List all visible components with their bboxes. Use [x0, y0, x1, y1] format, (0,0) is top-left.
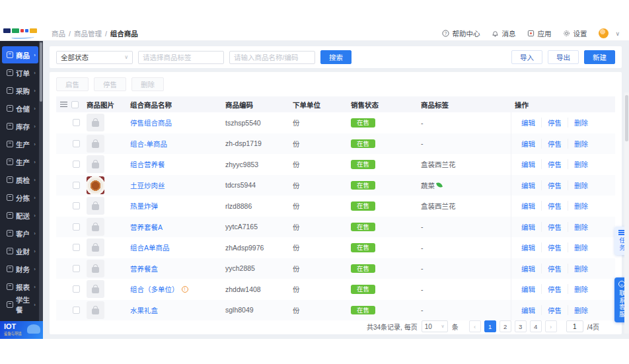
delete-link[interactable]: 删除 — [568, 118, 594, 127]
delete-link[interactable]: 删除 — [568, 180, 594, 190]
product-name-link[interactable]: 组合-单商品 — [130, 139, 167, 149]
row-checkbox[interactable] — [73, 140, 80, 147]
product-name-link[interactable]: 热量炸弹 — [130, 201, 158, 211]
user-menu[interactable]: ∨ — [599, 28, 620, 38]
search-button[interactable]: 搜索 — [320, 50, 352, 64]
product-image[interactable] — [87, 238, 104, 256]
delete-link[interactable]: 删除 — [568, 201, 594, 211]
export-button[interactable]: 导出 — [548, 50, 579, 64]
status-select[interactable]: 全部状态 ∨ — [56, 51, 133, 64]
product-image[interactable] — [87, 197, 104, 215]
sidebar-item-delivery[interactable]: 配送 › — [2, 207, 38, 224]
product-image[interactable] — [87, 218, 104, 236]
delete-link[interactable]: 删除 — [568, 284, 594, 294]
sidebar-item-quality[interactable]: 质检 › — [2, 171, 38, 188]
stop-sale-link[interactable]: 停售 — [541, 242, 568, 252]
product-name-link[interactable]: 土豆炒肉丝 — [130, 180, 165, 190]
select-all-checkbox[interactable] — [71, 101, 79, 108]
product-name-link[interactable]: 组合A单商品 — [130, 242, 170, 252]
sidebar-item-sorting[interactable]: 分拣 › — [2, 189, 38, 206]
product-image[interactable] — [87, 155, 104, 173]
edit-link[interactable]: 编辑 — [515, 159, 541, 169]
edit-link[interactable]: 编辑 — [515, 284, 541, 294]
keyword-input[interactable] — [229, 51, 315, 64]
delete-link[interactable]: 删除 — [568, 159, 594, 169]
next-page-button[interactable]: › — [545, 320, 557, 332]
product-image[interactable] — [87, 301, 104, 319]
edit-link[interactable]: 编辑 — [515, 305, 541, 315]
stop-sale-link[interactable]: 停售 — [541, 139, 568, 149]
sidebar-item-production2[interactable]: 生产 › — [2, 153, 38, 170]
product-image[interactable] — [87, 176, 104, 194]
apps-button[interactable]: 应用 — [527, 28, 551, 38]
sidebar-item-production[interactable]: 生产 › — [2, 135, 38, 153]
sidebar-item-purchase[interactable]: 采购 › — [2, 82, 38, 99]
sidebar-item-finance[interactable]: 财务 › — [2, 260, 38, 277]
row-checkbox[interactable] — [73, 223, 80, 231]
sidebar-item-goods[interactable]: 商品 › — [2, 46, 38, 63]
page-button-3[interactable]: 3 — [515, 320, 527, 332]
batch-stop-sale-button[interactable]: 停售 — [94, 77, 126, 91]
product-name-link[interactable]: 组合营养餐 — [130, 159, 165, 169]
product-image[interactable] — [87, 114, 104, 131]
sidebar-item-orders[interactable]: 订单 › — [2, 64, 38, 81]
stop-sale-link[interactable]: 停售 — [541, 284, 568, 294]
batch-enable-sale-button[interactable]: 启售 — [56, 77, 89, 91]
row-checkbox[interactable] — [73, 244, 80, 251]
delete-link[interactable]: 删除 — [568, 222, 594, 232]
delete-link[interactable]: 删除 — [568, 264, 594, 273]
stop-sale-link[interactable]: 停售 — [541, 222, 568, 232]
product-image[interactable] — [87, 280, 104, 298]
sidebar-item-warehouse[interactable]: 仓储 › — [2, 100, 38, 117]
stop-sale-link[interactable]: 停售 — [541, 159, 568, 169]
stop-sale-link[interactable]: 停售 — [541, 264, 568, 273]
row-checkbox[interactable] — [73, 307, 80, 314]
sidebar-item-report[interactable]: 报表 › — [2, 278, 38, 295]
breadcrumb-item[interactable]: 商品管理 — [74, 28, 102, 38]
settings-button[interactable]: 设置 — [563, 28, 587, 38]
product-name-link[interactable]: 组合（多单位） — [130, 284, 179, 294]
prev-page-button[interactable]: ‹ — [469, 320, 481, 332]
delete-link[interactable]: 删除 — [568, 305, 594, 315]
page-button-2[interactable]: 2 — [500, 320, 511, 332]
messages-button[interactable]: 消息 — [492, 28, 515, 38]
row-checkbox[interactable] — [73, 119, 80, 126]
row-checkbox[interactable] — [73, 265, 80, 272]
edit-link[interactable]: 编辑 — [515, 222, 541, 232]
edit-link[interactable]: 编辑 — [515, 264, 541, 273]
sidebar-item-customer[interactable]: 客户 › — [2, 225, 38, 242]
product-name-link[interactable]: 营养餐盒 — [130, 264, 158, 273]
page-scrollbar[interactable] — [624, 92, 629, 334]
sidebar-item-biz-finance[interactable]: 业财 › — [2, 242, 38, 260]
batch-delete-button[interactable]: 删除 — [131, 77, 164, 91]
stop-sale-link[interactable]: 停售 — [541, 118, 568, 127]
help-center-button[interactable]: ? 帮助中心 — [442, 28, 480, 38]
row-checkbox[interactable] — [73, 285, 80, 293]
edit-link[interactable]: 编辑 — [515, 139, 541, 149]
page-size-select[interactable]: 10 ∨ — [422, 320, 448, 332]
delete-link[interactable]: 删除 — [568, 139, 594, 149]
edit-link[interactable]: 编辑 — [515, 201, 541, 211]
create-button[interactable]: 新建 — [584, 50, 615, 64]
page-jump-input[interactable] — [566, 320, 583, 332]
row-checkbox[interactable] — [73, 182, 80, 189]
edit-link[interactable]: 编辑 — [515, 118, 541, 127]
product-name-link[interactable]: 水果礼盒 — [130, 305, 158, 315]
breadcrumb-item[interactable]: 商品 — [52, 28, 65, 38]
stop-sale-link[interactable]: 停售 — [541, 180, 568, 190]
product-name-link[interactable]: 营养套餐A — [130, 222, 163, 232]
page-button-4[interactable]: 4 — [530, 320, 542, 332]
stop-sale-link[interactable]: 停售 — [541, 201, 568, 211]
row-checkbox[interactable] — [73, 202, 80, 209]
delete-link[interactable]: 删除 — [568, 242, 594, 252]
iot-footer[interactable]: IOT 设备与环境 — [0, 321, 43, 339]
row-checkbox[interactable] — [73, 161, 80, 168]
product-image[interactable] — [87, 135, 104, 153]
edit-link[interactable]: 编辑 — [515, 180, 541, 190]
sidebar-item-student-meal[interactable]: 学生餐 › — [2, 296, 38, 313]
sidebar-item-inventory[interactable]: 库存 › — [2, 118, 38, 135]
tag-filter-input[interactable] — [138, 51, 224, 64]
product-image[interactable] — [87, 260, 104, 277]
page-button-1[interactable]: 1 — [484, 320, 496, 332]
edit-link[interactable]: 编辑 — [515, 242, 541, 252]
